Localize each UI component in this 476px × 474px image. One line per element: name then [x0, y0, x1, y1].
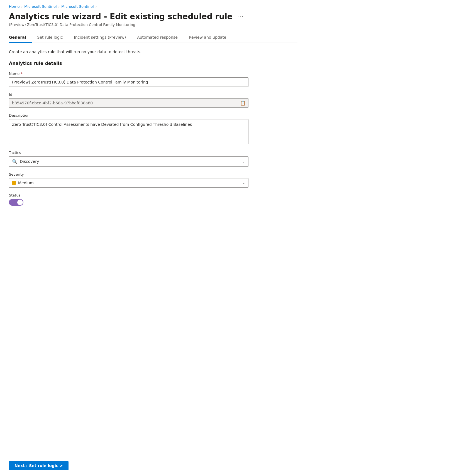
- form-container: Create an analytics rule that will run o…: [9, 43, 248, 207]
- copy-icon[interactable]: 📋: [240, 100, 246, 105]
- tab-incident-settings[interactable]: Incident settings (Preview): [69, 32, 132, 43]
- breadcrumb-home[interactable]: Home: [9, 4, 19, 9]
- tactics-icon: 🔍: [12, 159, 18, 164]
- intro-text: Create an analytics rule that will run o…: [9, 50, 248, 54]
- tab-automated-response[interactable]: Automated response: [131, 32, 183, 43]
- breadcrumb-sentinel-1[interactable]: Microsoft Sentinel: [24, 4, 57, 9]
- tab-general[interactable]: General: [9, 32, 32, 43]
- page-title: Analytics rule wizard - Edit existing sc…: [9, 12, 233, 21]
- name-label: Name *: [9, 72, 248, 76]
- name-input[interactable]: [9, 77, 248, 87]
- breadcrumb-sentinel-2[interactable]: Microsoft Sentinel: [61, 4, 94, 9]
- id-input: [9, 98, 248, 108]
- id-field-group: Id 📋: [9, 92, 248, 108]
- status-toggle-area: [9, 199, 248, 207]
- tactics-field-group: Tactics 🔍 Discovery ⌄: [9, 151, 248, 167]
- status-toggle[interactable]: [9, 199, 23, 206]
- tab-bar: General Set rule logic Incident settings…: [9, 32, 297, 43]
- severity-field-group: Severity Medium ⌄: [9, 172, 248, 188]
- description-label: Description: [9, 113, 248, 117]
- severity-color-indicator: [12, 181, 16, 185]
- section-title: Analytics rule details: [9, 61, 248, 66]
- id-label: Id: [9, 92, 248, 97]
- tab-set-rule-logic[interactable]: Set rule logic: [32, 32, 69, 43]
- severity-label: Severity: [9, 172, 248, 176]
- severity-value: Medium: [18, 181, 34, 185]
- tactics-dropdown[interactable]: 🔍 Discovery: [9, 156, 248, 167]
- severity-dropdown[interactable]: Medium: [9, 178, 248, 188]
- status-field-group: Status: [9, 193, 248, 207]
- tactics-value: Discovery: [20, 159, 39, 164]
- required-indicator: *: [21, 72, 23, 76]
- tactics-dropdown-wrapper: 🔍 Discovery ⌄: [9, 156, 248, 167]
- description-input[interactable]: [9, 119, 248, 144]
- tactics-label: Tactics: [9, 151, 248, 155]
- tab-review-update[interactable]: Review and update: [183, 32, 232, 43]
- name-field-group: Name *: [9, 72, 248, 87]
- description-field-group: Description: [9, 113, 248, 145]
- severity-dropdown-wrapper: Medium ⌄: [9, 178, 248, 188]
- status-label: Status: [9, 193, 248, 197]
- breadcrumb: Home › Microsoft Sentinel › Microsoft Se…: [9, 4, 297, 9]
- more-options-icon[interactable]: ···: [236, 12, 246, 21]
- page-subtitle: (Preview) ZeroTrust(TIC3.0) Data Protect…: [9, 23, 297, 27]
- id-input-wrapper: 📋: [9, 98, 248, 108]
- toggle-thumb: [17, 200, 23, 205]
